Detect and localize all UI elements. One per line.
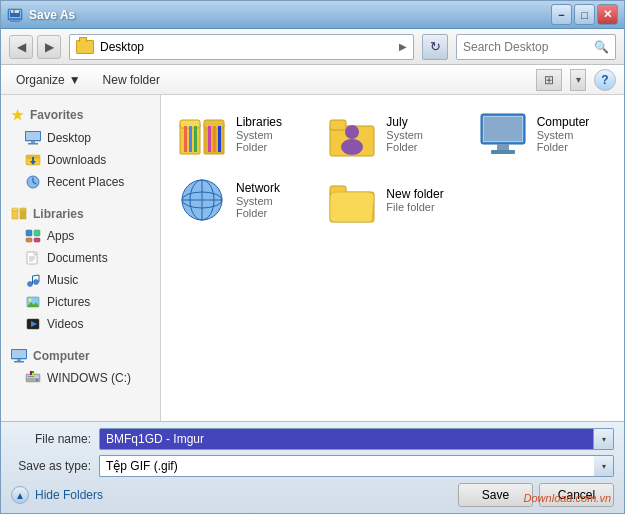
savetype-label: Save as type:: [11, 459, 91, 473]
filename-input[interactable]: [99, 428, 594, 450]
network-name: Network: [236, 181, 306, 195]
svg-rect-52: [184, 126, 187, 152]
libraries-name: Libraries: [236, 115, 306, 129]
sidebar-item-pictures[interactable]: Pictures: [1, 291, 160, 313]
sidebar-item-desktop[interactable]: Desktop: [1, 127, 160, 149]
go-button[interactable]: ↻: [422, 34, 448, 60]
svg-rect-38: [14, 361, 24, 363]
view-arrow-button[interactable]: ▾: [570, 69, 586, 91]
svg-rect-9: [31, 141, 35, 143]
svg-rect-57: [218, 126, 221, 152]
desktop-label: Desktop: [47, 131, 91, 145]
view-button[interactable]: ⊞: [536, 69, 562, 91]
savetype-select[interactable]: Tệp GIF (.gif): [99, 455, 594, 477]
navigation-toolbar: ◀ ▶ Desktop ▶ ↻ 🔍: [1, 29, 624, 65]
videos-label: Videos: [47, 317, 83, 331]
pictures-label: Pictures: [47, 295, 90, 309]
computer-file-icon: [479, 110, 527, 158]
pictures-icon: [25, 294, 41, 310]
search-box[interactable]: 🔍: [456, 34, 616, 60]
action-bar: Organize ▼ New folder ⊞ ▾ ?: [1, 65, 624, 95]
svg-rect-59: [330, 120, 346, 130]
svg-point-41: [36, 379, 38, 381]
new-folder-type: File folder: [386, 201, 443, 213]
svg-rect-65: [497, 144, 509, 150]
search-input[interactable]: [463, 40, 590, 54]
svg-rect-19: [20, 208, 26, 211]
drive-icon: [25, 370, 41, 386]
libraries-file-icon: [178, 110, 226, 158]
minimize-button[interactable]: −: [551, 4, 572, 25]
svg-point-28: [28, 282, 33, 287]
file-item-libraries[interactable]: Libraries System Folder: [169, 103, 315, 165]
title-bar: Save As − □ ✕: [1, 1, 624, 29]
file-item-computer[interactable]: Computer System Folder: [470, 103, 616, 165]
location-text: Desktop: [100, 40, 399, 54]
favorites-label: Favorites: [30, 108, 83, 122]
new-folder-button[interactable]: New folder: [96, 70, 167, 90]
back-button[interactable]: ◀: [9, 35, 33, 59]
main-content: ★ Favorites Desktop: [1, 95, 624, 421]
file-item-new-folder[interactable]: New folder File folder: [319, 169, 465, 231]
svg-rect-36: [12, 350, 26, 358]
cancel-button[interactable]: Cancel: [539, 483, 614, 507]
svg-rect-8: [26, 132, 40, 140]
july-type: System Folder: [386, 129, 456, 153]
july-file-info: July System Folder: [386, 115, 456, 153]
sidebar-item-documents[interactable]: Documents: [1, 247, 160, 269]
svg-rect-64: [484, 117, 522, 141]
libraries-label: Libraries: [33, 207, 84, 221]
documents-label: Documents: [47, 251, 108, 265]
file-list: Libraries System Folder July: [161, 95, 624, 421]
svg-rect-42: [28, 376, 34, 377]
location-bar[interactable]: Desktop ▶: [69, 34, 414, 60]
apps-icon: [25, 228, 41, 244]
save-as-dialog: Save As − □ ✕ ◀ ▶ Desktop ▶ ↻ 🔍 Organize…: [0, 0, 625, 514]
hide-folders-arrow-icon: ▲: [11, 486, 29, 504]
savetype-row: Save as type: Tệp GIF (.gif) ▾: [11, 455, 614, 477]
sidebar-item-recent-places[interactable]: Recent Places: [1, 171, 160, 193]
file-item-network[interactable]: Network System Folder: [169, 169, 315, 231]
sidebar-item-windows-drive[interactable]: WINDOWS (C:): [1, 367, 160, 389]
hide-folders-button[interactable]: ▲ Hide Folders: [11, 486, 103, 504]
location-arrow: ▶: [399, 41, 407, 52]
organize-button[interactable]: Organize ▼: [9, 70, 88, 90]
libraries-file-info: Libraries System Folder: [236, 115, 306, 153]
recent-places-icon: [25, 174, 41, 190]
svg-rect-21: [34, 230, 40, 236]
sidebar-item-apps[interactable]: Apps: [1, 225, 160, 247]
downloads-label: Downloads: [47, 153, 106, 167]
window-title: Save As: [29, 8, 551, 22]
maximize-button[interactable]: □: [574, 4, 595, 25]
savetype-select-wrapper: Tệp GIF (.gif) ▾: [99, 455, 614, 477]
svg-rect-18: [12, 208, 18, 211]
videos-icon: [25, 316, 41, 332]
new-folder-label: New folder: [103, 73, 160, 87]
libraries-type: System Folder: [236, 129, 306, 153]
svg-point-60: [345, 125, 359, 139]
sidebar-item-downloads[interactable]: Downloads: [1, 149, 160, 171]
network-file-icon: [178, 176, 226, 224]
forward-button[interactable]: ▶: [37, 35, 61, 59]
svg-rect-22: [26, 238, 32, 242]
recent-places-label: Recent Places: [47, 175, 124, 189]
filename-row: File name: ▾: [11, 428, 614, 450]
filename-dropdown-arrow[interactable]: ▾: [594, 428, 614, 450]
svg-rect-6: [13, 10, 15, 13]
sidebar-item-music[interactable]: Music: [1, 269, 160, 291]
libraries-section: Libraries: [1, 199, 160, 225]
window-icon: [7, 7, 23, 23]
save-button[interactable]: Save: [458, 483, 533, 507]
computer-section: Computer: [1, 341, 160, 367]
new-folder-file-icon: [328, 176, 376, 224]
favorites-section: ★ Favorites: [1, 99, 160, 127]
sidebar-item-videos[interactable]: Videos: [1, 313, 160, 335]
file-item-july[interactable]: July System Folder: [319, 103, 465, 165]
downloads-icon: [25, 152, 41, 168]
savetype-dropdown-arrow[interactable]: ▾: [594, 455, 614, 477]
close-button[interactable]: ✕: [597, 4, 618, 25]
help-button[interactable]: ?: [594, 69, 616, 91]
organize-arrow: ▼: [69, 73, 81, 87]
svg-rect-20: [26, 230, 32, 236]
sidebar: ★ Favorites Desktop: [1, 95, 161, 421]
